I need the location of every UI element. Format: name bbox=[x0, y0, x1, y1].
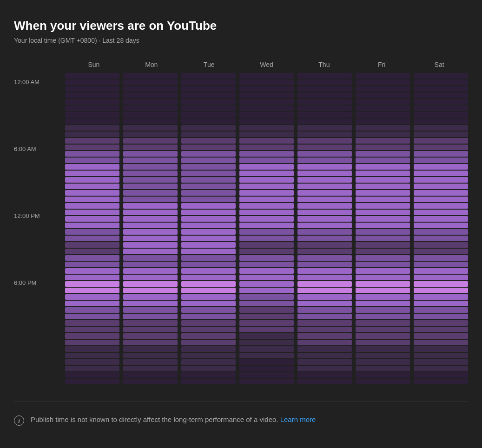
day-header-thu: Thu bbox=[295, 61, 353, 68]
columns-container bbox=[65, 73, 468, 384]
cell-tue-14 bbox=[181, 164, 236, 170]
cell-mon-40 bbox=[123, 333, 178, 339]
cell-mon-34 bbox=[123, 294, 178, 300]
cell-thu-11 bbox=[297, 145, 352, 150]
cell-wed-31 bbox=[239, 275, 294, 280]
cell-sat-15 bbox=[414, 171, 468, 176]
cell-sat-39 bbox=[414, 327, 468, 332]
day-column-sat bbox=[414, 73, 468, 384]
cell-tue-13 bbox=[181, 158, 236, 163]
cell-wed-9 bbox=[239, 132, 294, 137]
cell-sun-0 bbox=[65, 73, 119, 79]
cell-tue-41 bbox=[181, 340, 236, 345]
cell-thu-30 bbox=[297, 268, 352, 274]
cell-fri-10 bbox=[356, 138, 410, 144]
cell-sat-29 bbox=[414, 262, 468, 267]
cell-fri-35 bbox=[356, 301, 410, 306]
cell-sun-6 bbox=[65, 112, 119, 118]
cell-wed-36 bbox=[239, 307, 294, 313]
cell-thu-6 bbox=[297, 112, 352, 118]
cell-wed-28 bbox=[239, 255, 294, 261]
cell-tue-11 bbox=[181, 145, 236, 150]
cell-sat-44 bbox=[414, 359, 468, 365]
chart-grid: SunMonTueWedThuFriSat bbox=[65, 61, 468, 384]
cell-mon-21 bbox=[123, 210, 178, 215]
cell-tue-44 bbox=[181, 359, 236, 365]
cell-wed-8 bbox=[239, 125, 294, 131]
cell-sat-21 bbox=[414, 210, 468, 215]
cell-fri-26 bbox=[356, 242, 410, 248]
cell-sat-26 bbox=[414, 242, 468, 248]
cell-sat-3 bbox=[414, 92, 468, 98]
cell-sun-35 bbox=[65, 301, 119, 306]
cell-tue-2 bbox=[181, 86, 236, 92]
cell-sun-42 bbox=[65, 346, 119, 352]
cell-wed-26 bbox=[239, 242, 294, 248]
cell-fri-37 bbox=[356, 314, 410, 319]
cell-sat-34 bbox=[414, 294, 468, 300]
cell-sun-14 bbox=[65, 164, 119, 170]
cell-mon-24 bbox=[123, 229, 178, 235]
day-column-mon bbox=[123, 73, 178, 384]
cell-thu-19 bbox=[297, 197, 352, 202]
cell-tue-45 bbox=[181, 366, 236, 371]
cell-mon-37 bbox=[123, 314, 178, 319]
cell-wed-14 bbox=[239, 164, 294, 170]
cell-sun-33 bbox=[65, 288, 119, 293]
cell-mon-39 bbox=[123, 327, 178, 332]
cell-fri-2 bbox=[356, 86, 410, 92]
cell-wed-15 bbox=[239, 171, 294, 176]
cell-mon-33 bbox=[123, 288, 178, 293]
cell-sun-45 bbox=[65, 366, 119, 371]
footer-text: Publish time is not known to directly af… bbox=[31, 415, 316, 425]
cell-sat-33 bbox=[414, 288, 468, 293]
cell-thu-13 bbox=[297, 158, 352, 163]
cell-thu-33 bbox=[297, 288, 352, 293]
cell-fri-0 bbox=[356, 73, 410, 79]
cell-wed-37 bbox=[239, 314, 294, 319]
page-title: When your viewers are on YouTube bbox=[14, 19, 468, 33]
cell-tue-27 bbox=[181, 249, 236, 254]
cell-sat-45 bbox=[414, 366, 468, 371]
cell-sun-32 bbox=[65, 281, 119, 287]
cell-fri-43 bbox=[356, 353, 410, 358]
cell-thu-14 bbox=[297, 164, 352, 170]
cell-sun-26 bbox=[65, 242, 119, 248]
cell-wed-38 bbox=[239, 320, 294, 326]
cell-sat-5 bbox=[414, 105, 468, 111]
cell-mon-9 bbox=[123, 132, 178, 137]
cell-thu-47 bbox=[297, 379, 352, 384]
y-label-6am: 6:00 AM bbox=[14, 145, 65, 152]
cell-wed-3 bbox=[239, 92, 294, 98]
learn-more-link[interactable]: Learn more bbox=[280, 415, 316, 423]
cell-sat-19 bbox=[414, 197, 468, 202]
cell-wed-27 bbox=[239, 249, 294, 254]
cell-tue-22 bbox=[181, 216, 236, 222]
cell-sun-41 bbox=[65, 340, 119, 345]
cell-mon-36 bbox=[123, 307, 178, 313]
y-axis: 12:00 AM 6:00 AM 12:00 PM 6:00 PM bbox=[14, 61, 65, 352]
cell-sat-13 bbox=[414, 158, 468, 163]
cell-sun-1 bbox=[65, 79, 119, 85]
cell-fri-22 bbox=[356, 216, 410, 222]
cell-tue-47 bbox=[181, 379, 236, 384]
cell-mon-11 bbox=[123, 145, 178, 150]
cell-wed-45 bbox=[239, 366, 294, 371]
cell-tue-16 bbox=[181, 177, 236, 183]
cell-tue-34 bbox=[181, 294, 236, 300]
cell-mon-27 bbox=[123, 249, 178, 254]
cell-wed-44 bbox=[239, 359, 294, 365]
cell-wed-34 bbox=[239, 294, 294, 300]
cell-sat-31 bbox=[414, 275, 468, 280]
cell-wed-17 bbox=[239, 184, 294, 189]
cell-sun-7 bbox=[65, 119, 119, 124]
cell-thu-22 bbox=[297, 216, 352, 222]
cell-wed-46 bbox=[239, 372, 294, 378]
cell-tue-8 bbox=[181, 125, 236, 131]
cell-sun-20 bbox=[65, 203, 119, 209]
cell-thu-20 bbox=[297, 203, 352, 209]
day-header-mon: Mon bbox=[123, 61, 180, 68]
cell-sat-6 bbox=[414, 112, 468, 118]
y-label-12pm: 12:00 PM bbox=[14, 212, 65, 219]
cell-tue-26 bbox=[181, 242, 236, 248]
